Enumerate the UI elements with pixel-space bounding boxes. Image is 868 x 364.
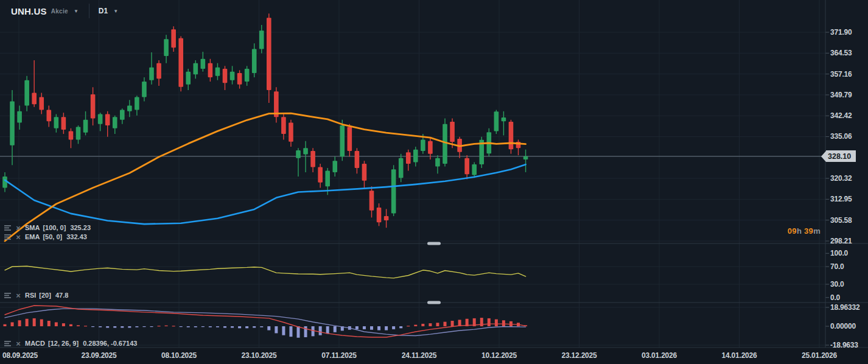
candle bbox=[406, 152, 411, 164]
candle bbox=[237, 73, 242, 85]
indicator-close-icon[interactable]: × bbox=[14, 292, 23, 299]
candle bbox=[47, 110, 52, 122]
indicator-name: MACD bbox=[25, 340, 45, 347]
chevron-down-icon: ▼ bbox=[113, 9, 118, 14]
candle bbox=[281, 117, 286, 134]
candle bbox=[252, 49, 257, 73]
header-divider bbox=[89, 4, 89, 18]
candle bbox=[369, 191, 374, 211]
candle bbox=[450, 122, 455, 142]
candle bbox=[267, 18, 271, 90]
candle bbox=[201, 59, 206, 69]
chart-header: UNH.US Akcie ▼ D1 ▼ bbox=[11, 3, 118, 19]
symbol-label: UNH.US bbox=[11, 6, 47, 16]
candle bbox=[443, 124, 447, 164]
candle bbox=[135, 97, 139, 110]
candle bbox=[340, 125, 345, 156]
indicator-params: [12, 26, 9] bbox=[48, 340, 79, 347]
panel-resize-handle[interactable] bbox=[427, 242, 441, 245]
candle bbox=[10, 102, 15, 145]
indicator-settings-icon[interactable] bbox=[3, 292, 12, 299]
candle bbox=[421, 139, 425, 151]
candle bbox=[208, 63, 213, 77]
chart-canvas[interactable] bbox=[0, 0, 868, 364]
candle bbox=[127, 106, 132, 111]
candle bbox=[32, 93, 37, 105]
candle bbox=[428, 141, 433, 154]
indicator-close-icon[interactable]: × bbox=[14, 233, 23, 240]
candle bbox=[178, 38, 183, 87]
candle bbox=[391, 169, 396, 213]
price-tag-arrow-icon bbox=[821, 151, 826, 162]
candle bbox=[171, 29, 176, 47]
indicator-settings-icon[interactable] bbox=[3, 233, 12, 240]
candles-layer bbox=[2, 13, 528, 228]
indicator-settings-icon[interactable] bbox=[3, 224, 12, 231]
indicator-name: SMA bbox=[25, 224, 40, 231]
candle bbox=[149, 68, 154, 80]
indicator-legend-macd: × MACD [12, 26, 9] 0.28396, -0.67143 bbox=[3, 340, 137, 347]
chevron-down-icon: ▼ bbox=[74, 9, 79, 14]
candle bbox=[120, 110, 125, 120]
indicator-params: [50, 0] bbox=[43, 233, 62, 240]
timeframe-selector[interactable]: D1 ▼ bbox=[99, 7, 118, 15]
candle bbox=[303, 148, 308, 154]
countdown-minutes: 39 bbox=[804, 226, 813, 236]
price-axis[interactable] bbox=[825, 0, 868, 348]
candle bbox=[310, 151, 315, 167]
candle bbox=[289, 122, 293, 141]
candle bbox=[377, 208, 382, 222]
candle bbox=[464, 158, 469, 175]
candle bbox=[98, 114, 103, 124]
candle-countdown-timer: 09h 39m bbox=[788, 226, 821, 236]
countdown-minutes-unit: m bbox=[813, 226, 821, 236]
candle bbox=[384, 216, 389, 220]
chart-window: 371.90364.53357.16349.79342.42335.06320.… bbox=[0, 0, 868, 364]
timeframe-label: D1 bbox=[99, 7, 108, 15]
current-price-tag: 328.10 bbox=[821, 150, 856, 162]
countdown-hours-unit: h bbox=[797, 226, 802, 236]
candle bbox=[325, 171, 330, 187]
candle bbox=[113, 117, 117, 128]
indicator-value: 332.43 bbox=[66, 233, 87, 240]
indicator-legend-sma: × SMA [100, 0] 325.23 bbox=[3, 224, 91, 231]
indicator-close-icon[interactable]: × bbox=[14, 340, 23, 347]
indicator-params: [20] bbox=[39, 292, 51, 299]
time-axis[interactable] bbox=[0, 348, 868, 364]
indicator-legend-rsi: × RSI [20] 47.8 bbox=[3, 292, 68, 299]
panel-resize-handle[interactable] bbox=[427, 301, 441, 304]
candle bbox=[24, 80, 29, 106]
indicator-settings-icon[interactable] bbox=[3, 340, 12, 347]
indicator-close-icon[interactable]: × bbox=[14, 224, 23, 231]
candle bbox=[355, 151, 360, 168]
candle bbox=[259, 30, 264, 49]
candle bbox=[156, 63, 161, 79]
candle bbox=[194, 63, 198, 75]
candle bbox=[142, 82, 147, 97]
symbol-selector[interactable]: UNH.US Akcie ▼ bbox=[11, 6, 79, 16]
indicator-name: RSI bbox=[25, 292, 36, 299]
indicator-value: 0.28396, -0.67143 bbox=[83, 340, 137, 347]
candle bbox=[105, 114, 110, 126]
candle bbox=[296, 150, 301, 158]
indicator-params: [100, 0] bbox=[43, 224, 66, 231]
macd-panel bbox=[4, 306, 528, 338]
candle bbox=[318, 167, 323, 183]
candle bbox=[245, 69, 250, 82]
candle bbox=[61, 117, 66, 130]
candle bbox=[215, 68, 220, 76]
candle bbox=[91, 94, 96, 119]
candle bbox=[83, 120, 88, 133]
indicator-value: 325.23 bbox=[70, 224, 91, 231]
candle bbox=[502, 117, 506, 121]
candle bbox=[39, 97, 44, 110]
candle bbox=[523, 156, 528, 159]
countdown-hours: 09 bbox=[788, 226, 797, 236]
candle bbox=[509, 122, 514, 149]
candle bbox=[230, 72, 235, 80]
candle bbox=[494, 111, 499, 131]
grid-layer bbox=[0, 0, 829, 348]
candle bbox=[362, 164, 367, 181]
candle bbox=[186, 72, 191, 85]
indicator-legend-ema: × EMA [50, 0] 332.43 bbox=[3, 233, 87, 240]
